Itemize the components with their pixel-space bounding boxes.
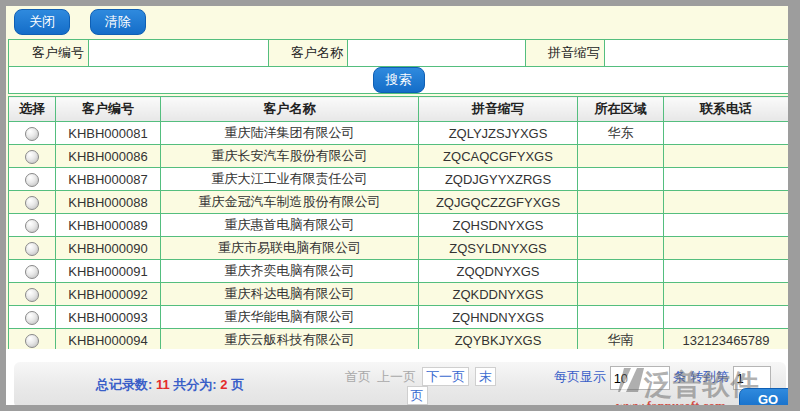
cell-pinyin: ZQHSDNYXGS: [419, 214, 578, 237]
cell-phone: [664, 214, 789, 237]
select-cell: [9, 260, 56, 283]
first-page-link: 首页: [345, 369, 371, 384]
cell-pinyin: ZQQDNYXGS: [419, 260, 578, 283]
cell-region: [578, 168, 664, 191]
select-radio[interactable]: [25, 173, 39, 187]
cell-phone: [664, 306, 789, 329]
cell-pinyin: ZQJGQCZZGFYXGS: [419, 191, 578, 214]
cell-pinyin: ZQCAQCGFYXGS: [419, 145, 578, 168]
cell-id: KHBH000092: [56, 283, 161, 306]
table-header-row: 选择客户编号客户名称拼音缩写所在区域联系电话: [9, 97, 789, 122]
close-button[interactable]: 关闭: [14, 9, 70, 35]
select-radio[interactable]: [25, 242, 39, 256]
footer: 总记录数: 11 共分为: 2 页 首页上一页下一页末页 每页显示 条 转到第 …: [6, 349, 788, 405]
pager-links: 首页上一页下一页末页: [342, 367, 492, 405]
cell-name: 重庆大江工业有限责任公司: [161, 168, 419, 191]
table-row: KHBH000092重庆科达电脑有限公司ZQKDDNYXGS: [9, 283, 789, 306]
per-page-unit: 条: [673, 369, 686, 384]
table-body: KHBH000081重庆陆洋集团有限公司ZQLYJZSJYXGS华东KHBH00…: [9, 122, 789, 352]
cell-region: [578, 283, 664, 306]
cell-pinyin: ZQDJGYYXZRGS: [419, 168, 578, 191]
select-cell: [9, 122, 56, 145]
cell-name: 重庆市易联电脑有限公司: [161, 237, 419, 260]
per-page-controls: 每页显示 条 转到第: [554, 366, 771, 390]
cell-id: KHBH000086: [56, 145, 161, 168]
cell-id: KHBH000089: [56, 214, 161, 237]
search-form: 客户编号 客户名称 拼音缩写 搜索: [8, 39, 788, 94]
table-row: KHBH000091重庆齐奕电脑有限公司ZQQDNYXGS: [9, 260, 789, 283]
cell-id: KHBH000087: [56, 168, 161, 191]
select-cell: [9, 168, 56, 191]
customer-name-input[interactable]: [348, 41, 525, 65]
goto-page-input[interactable]: [733, 366, 771, 390]
column-header: 拼音缩写: [419, 97, 578, 122]
table-row: KHBH000089重庆惠首电脑有限公司ZQHSDNYXGS: [9, 214, 789, 237]
pinyin-input[interactable]: [605, 41, 788, 65]
select-radio[interactable]: [25, 219, 39, 233]
select-radio[interactable]: [25, 311, 39, 325]
customer-table: 选择客户编号客户名称拼音缩写所在区域联系电话 KHBH000081重庆陆洋集团有…: [8, 96, 788, 352]
pages-value: 2: [220, 377, 227, 392]
cell-pinyin: ZQLYJZSJYXGS: [419, 122, 578, 145]
pinyin-label: 拼音缩写: [526, 40, 605, 67]
cell-phone: [664, 145, 789, 168]
cell-region: 华东: [578, 122, 664, 145]
records-summary: 总记录数: 11 共分为: 2 页: [96, 376, 244, 394]
clear-button[interactable]: 清除: [90, 9, 146, 35]
customer-name-label: 客户名称: [269, 40, 348, 67]
select-radio[interactable]: [25, 127, 39, 141]
cell-phone: [664, 283, 789, 306]
go-button[interactable]: GO: [739, 388, 788, 405]
column-header: 选择: [9, 97, 56, 122]
cell-id: KHBH000091: [56, 260, 161, 283]
cell-name: 重庆华能电脑有限公司: [161, 306, 419, 329]
cell-name: 重庆惠首电脑有限公司: [161, 214, 419, 237]
select-radio[interactable]: [25, 196, 39, 210]
prev-page-link: 上一页: [377, 369, 416, 384]
cell-id: KHBH000093: [56, 306, 161, 329]
cell-pinyin: ZQSYLDNYXGS: [419, 237, 578, 260]
cell-region: [578, 237, 664, 260]
next-page-link[interactable]: 下一页: [422, 367, 469, 386]
cell-region: [578, 214, 664, 237]
cell-name: 重庆长安汽车股份有限公司: [161, 145, 419, 168]
cell-phone: [664, 237, 789, 260]
goto-page-label: 转到第: [690, 369, 729, 384]
select-radio[interactable]: [25, 334, 39, 348]
select-cell: [9, 214, 56, 237]
select-cell: [9, 145, 56, 168]
customer-id-input[interactable]: [89, 41, 268, 65]
table-row: KHBH000090重庆市易联电脑有限公司ZQSYLDNYXGS: [9, 237, 789, 260]
cell-phone: [664, 260, 789, 283]
select-radio[interactable]: [25, 265, 39, 279]
total-records-label: 总记录数:: [96, 377, 152, 392]
cell-id: KHBH000088: [56, 191, 161, 214]
pages-label: 共分为:: [173, 377, 216, 392]
select-cell: [9, 237, 56, 260]
search-button[interactable]: 搜索: [373, 67, 425, 93]
cell-id: KHBH000081: [56, 122, 161, 145]
cell-name: 重庆科达电脑有限公司: [161, 283, 419, 306]
total-records-value: 11: [156, 377, 170, 392]
select-radio[interactable]: [25, 150, 39, 164]
cell-region: [578, 306, 664, 329]
cell-pinyin: ZQHNDNYXGS: [419, 306, 578, 329]
per-page-label: 每页显示: [554, 369, 606, 384]
select-cell: [9, 283, 56, 306]
customer-id-label: 客户编号: [9, 40, 89, 67]
dialog-window: 关闭 清除 客户编号 客户名称 拼音缩写 搜索: [6, 6, 788, 405]
cell-name: 重庆陆洋集团有限公司: [161, 122, 419, 145]
per-page-input[interactable]: [610, 366, 670, 390]
select-cell: [9, 306, 56, 329]
table-row: KHBH000088重庆金冠汽车制造股份有限公司ZQJGQCZZGFYXGS: [9, 191, 789, 214]
cell-region: [578, 191, 664, 214]
cell-region: [578, 145, 664, 168]
cell-phone: [664, 168, 789, 191]
cell-region: [578, 260, 664, 283]
cell-id: KHBH000090: [56, 237, 161, 260]
select-radio[interactable]: [25, 288, 39, 302]
column-header: 客户名称: [161, 97, 419, 122]
toolbar: 关闭 清除: [14, 9, 162, 35]
column-header: 所在区域: [578, 97, 664, 122]
column-header: 联系电话: [664, 97, 789, 122]
